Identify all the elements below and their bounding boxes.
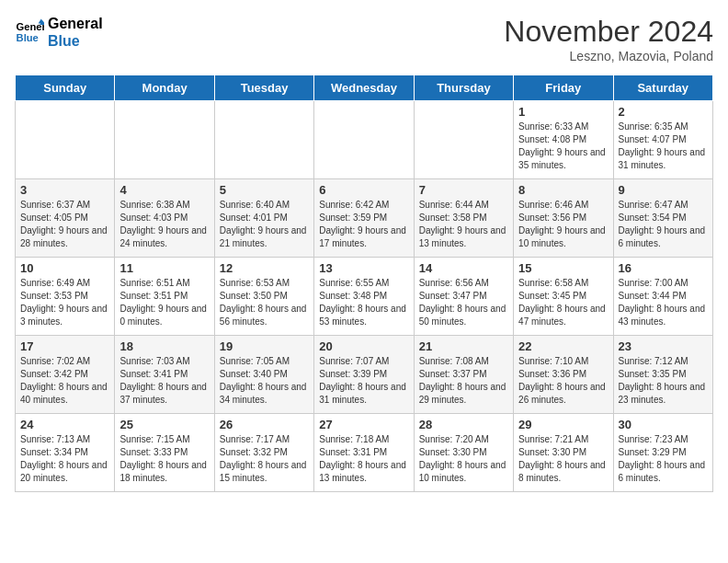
calendar-cell: 27Sunrise: 7:18 AM Sunset: 3:31 PM Dayli… (314, 414, 414, 492)
title-block: November 2024 Leszno, Mazovia, Poland (504, 15, 713, 63)
calendar-cell: 16Sunrise: 7:00 AM Sunset: 3:44 PM Dayli… (613, 258, 712, 336)
day-number: 11 (119, 261, 209, 275)
day-info: Sunrise: 7:05 AM Sunset: 3:40 PM Dayligh… (220, 355, 309, 407)
day-number: 20 (319, 339, 408, 353)
logo-blue: Blue (48, 32, 103, 50)
header-saturday: Saturday (613, 75, 712, 101)
day-info: Sunrise: 7:02 AM Sunset: 3:42 PM Dayligh… (20, 355, 109, 407)
calendar-cell: 6Sunrise: 6:42 AM Sunset: 3:59 PM Daylig… (314, 179, 414, 258)
calendar-cell: 12Sunrise: 6:53 AM Sunset: 3:50 PM Dayli… (214, 258, 313, 336)
calendar-subtitle: Leszno, Mazovia, Poland (504, 49, 713, 63)
calendar-cell: 7Sunrise: 6:44 AM Sunset: 3:58 PM Daylig… (414, 179, 513, 258)
calendar-cell: 1Sunrise: 6:33 AM Sunset: 4:08 PM Daylig… (514, 101, 613, 179)
day-number: 8 (518, 183, 608, 197)
calendar-cell: 18Sunrise: 7:03 AM Sunset: 3:41 PM Dayli… (115, 336, 214, 414)
calendar-cell: 4Sunrise: 6:38 AM Sunset: 4:03 PM Daylig… (115, 179, 214, 258)
day-info: Sunrise: 7:08 AM Sunset: 3:37 PM Dayligh… (419, 355, 508, 407)
logo-general: General (48, 15, 103, 32)
day-info: Sunrise: 6:56 AM Sunset: 3:47 PM Dayligh… (419, 277, 508, 328)
day-number: 3 (20, 183, 109, 197)
day-info: Sunrise: 6:44 AM Sunset: 3:58 PM Dayligh… (419, 199, 508, 250)
day-number: 22 (518, 339, 608, 353)
day-info: Sunrise: 6:51 AM Sunset: 3:51 PM Dayligh… (119, 277, 209, 328)
day-info: Sunrise: 7:10 AM Sunset: 3:36 PM Dayligh… (518, 355, 608, 407)
day-number: 29 (518, 418, 608, 431)
calendar-cell: 28Sunrise: 7:20 AM Sunset: 3:30 PM Dayli… (414, 414, 513, 492)
calendar-cell (115, 101, 214, 179)
week-row-0: 1Sunrise: 6:33 AM Sunset: 4:08 PM Daylig… (16, 101, 713, 179)
calendar-cell: 5Sunrise: 6:40 AM Sunset: 4:01 PM Daylig… (214, 179, 313, 258)
week-row-4: 24Sunrise: 7:13 AM Sunset: 3:34 PM Dayli… (16, 414, 713, 492)
day-number: 6 (319, 183, 408, 197)
calendar-cell: 9Sunrise: 6:47 AM Sunset: 3:54 PM Daylig… (613, 179, 712, 258)
calendar-cell: 29Sunrise: 7:21 AM Sunset: 3:30 PM Dayli… (514, 414, 613, 492)
calendar-cell: 3Sunrise: 6:37 AM Sunset: 4:05 PM Daylig… (16, 179, 115, 258)
day-number: 24 (20, 418, 109, 431)
calendar-cell: 11Sunrise: 6:51 AM Sunset: 3:51 PM Dayli… (115, 258, 214, 336)
day-number: 25 (119, 418, 209, 431)
calendar-cell (314, 101, 414, 179)
day-number: 9 (619, 183, 708, 197)
day-info: Sunrise: 7:15 AM Sunset: 3:33 PM Dayligh… (119, 433, 209, 485)
calendar-cell: 8Sunrise: 6:46 AM Sunset: 3:56 PM Daylig… (514, 179, 613, 258)
day-number: 4 (119, 183, 209, 197)
calendar-cell (16, 101, 115, 179)
day-number: 28 (419, 418, 508, 431)
day-info: Sunrise: 6:53 AM Sunset: 3:50 PM Dayligh… (220, 277, 309, 328)
calendar-cell: 21Sunrise: 7:08 AM Sunset: 3:37 PM Dayli… (414, 336, 513, 414)
calendar-cell (414, 101, 513, 179)
calendar-cell: 24Sunrise: 7:13 AM Sunset: 3:34 PM Dayli… (16, 414, 115, 492)
header-thursday: Thursday (414, 75, 513, 101)
day-info: Sunrise: 7:20 AM Sunset: 3:30 PM Dayligh… (419, 433, 508, 485)
day-info: Sunrise: 6:33 AM Sunset: 4:08 PM Dayligh… (518, 121, 608, 172)
header-row: SundayMondayTuesdayWednesdayThursdayFrid… (16, 75, 713, 101)
calendar-cell: 22Sunrise: 7:10 AM Sunset: 3:36 PM Dayli… (514, 336, 613, 414)
calendar-cell: 15Sunrise: 6:58 AM Sunset: 3:45 PM Dayli… (514, 258, 613, 336)
calendar-cell: 10Sunrise: 6:49 AM Sunset: 3:53 PM Dayli… (16, 258, 115, 336)
calendar-cell: 2Sunrise: 6:35 AM Sunset: 4:07 PM Daylig… (613, 101, 712, 179)
day-info: Sunrise: 7:03 AM Sunset: 3:41 PM Dayligh… (119, 355, 209, 407)
day-number: 17 (20, 339, 109, 353)
day-info: Sunrise: 6:40 AM Sunset: 4:01 PM Dayligh… (220, 199, 309, 250)
day-info: Sunrise: 7:21 AM Sunset: 3:30 PM Dayligh… (518, 433, 608, 485)
calendar-table: SundayMondayTuesdayWednesdayThursdayFrid… (15, 75, 713, 492)
day-info: Sunrise: 7:07 AM Sunset: 3:39 PM Dayligh… (319, 355, 408, 407)
header-monday: Monday (115, 75, 214, 101)
day-number: 12 (220, 261, 309, 275)
day-number: 23 (619, 339, 708, 353)
calendar-cell: 30Sunrise: 7:23 AM Sunset: 3:29 PM Dayli… (613, 414, 712, 492)
header-tuesday: Tuesday (214, 75, 313, 101)
day-number: 21 (419, 339, 508, 353)
header-wednesday: Wednesday (314, 75, 414, 101)
calendar-cell: 25Sunrise: 7:15 AM Sunset: 3:33 PM Dayli… (115, 414, 214, 492)
day-number: 5 (220, 183, 309, 197)
calendar-cell: 19Sunrise: 7:05 AM Sunset: 3:40 PM Dayli… (214, 336, 313, 414)
day-number: 10 (20, 261, 109, 275)
day-info: Sunrise: 7:18 AM Sunset: 3:31 PM Dayligh… (319, 433, 408, 485)
day-number: 18 (119, 339, 209, 353)
day-number: 27 (319, 418, 408, 431)
day-number: 7 (419, 183, 508, 197)
day-number: 16 (619, 261, 708, 275)
week-row-2: 10Sunrise: 6:49 AM Sunset: 3:53 PM Dayli… (16, 258, 713, 336)
calendar-cell: 17Sunrise: 7:02 AM Sunset: 3:42 PM Dayli… (16, 336, 115, 414)
day-number: 2 (619, 105, 708, 119)
header-sunday: Sunday (16, 75, 115, 101)
calendar-cell: 13Sunrise: 6:55 AM Sunset: 3:48 PM Dayli… (314, 258, 414, 336)
day-info: Sunrise: 6:49 AM Sunset: 3:53 PM Dayligh… (20, 277, 109, 328)
logo: General Blue General Blue (15, 15, 103, 50)
calendar-cell: 23Sunrise: 7:12 AM Sunset: 3:35 PM Dayli… (613, 336, 712, 414)
day-info: Sunrise: 6:37 AM Sunset: 4:05 PM Dayligh… (20, 199, 109, 250)
day-info: Sunrise: 6:42 AM Sunset: 3:59 PM Dayligh… (319, 199, 408, 250)
day-number: 19 (220, 339, 309, 353)
week-row-1: 3Sunrise: 6:37 AM Sunset: 4:05 PM Daylig… (16, 179, 713, 258)
calendar-cell: 26Sunrise: 7:17 AM Sunset: 3:32 PM Dayli… (214, 414, 313, 492)
day-info: Sunrise: 6:38 AM Sunset: 4:03 PM Dayligh… (119, 199, 209, 250)
calendar-title: November 2024 (504, 15, 713, 49)
day-number: 13 (319, 261, 408, 275)
day-info: Sunrise: 6:46 AM Sunset: 3:56 PM Dayligh… (518, 199, 608, 250)
day-number: 15 (518, 261, 608, 275)
day-info: Sunrise: 6:47 AM Sunset: 3:54 PM Dayligh… (619, 199, 708, 250)
day-number: 14 (419, 261, 508, 275)
day-info: Sunrise: 6:35 AM Sunset: 4:07 PM Dayligh… (619, 121, 708, 172)
